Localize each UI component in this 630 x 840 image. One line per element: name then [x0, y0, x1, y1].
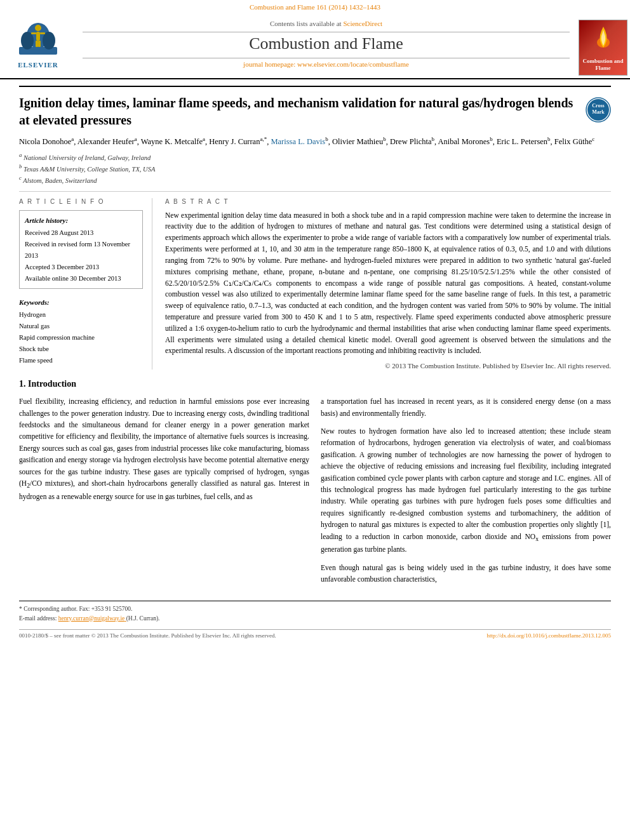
keyword-shock-tube: Shock tube — [19, 343, 143, 355]
cover-flame-icon — [594, 23, 613, 49]
article-info-abstract-section: A R T I C L E I N F O Article history: R… — [19, 191, 611, 370]
email-text: henry.curran@nuigalway.ie — [58, 615, 125, 622]
footnote-corresponding: * Corresponding author. Fax: +353 91 525… — [19, 604, 611, 613]
svg-text:Mark: Mark — [592, 109, 605, 115]
available-date: Available online 30 December 2013 — [25, 273, 137, 284]
svg-rect-8 — [40, 32, 45, 34]
authors-line: Nicola Donohoea, Alexander Heufera, Wayn… — [19, 135, 611, 148]
revised-date: Received in revised form 13 November 201… — [25, 239, 137, 262]
elsevier-logo: ELSEVIER — [16, 22, 60, 69]
article-history-box: Article history: Received 28 August 2013… — [19, 210, 143, 289]
keyword-hydrogen: Hydrogen — [19, 309, 143, 321]
introduction-title: 1. Introduction — [19, 379, 611, 389]
cover-title-text: Combustion and Flame — [582, 58, 624, 72]
article-title-section: Ignition delay times, laminar flame spee… — [19, 86, 611, 129]
intro-para1: Fuel flexibility, increasing efficiency,… — [19, 396, 309, 502]
intro-para4: Even though natural gas is being widely … — [321, 562, 611, 585]
journal-title: Combustion and Flame — [249, 34, 403, 53]
footnote-email: E-mail address: henry.curran@nuigalway.i… — [19, 614, 611, 623]
keyword-flame-speed: Flame speed — [19, 355, 143, 366]
intro-left-col: Fuel flexibility, increasing efficiency,… — [19, 396, 309, 591]
svg-text:Cross: Cross — [592, 103, 604, 109]
sciencedirect-link[interactable]: ScienceDirect — [343, 20, 382, 27]
intro-para3: New routes to hydrogen formation have al… — [321, 425, 611, 556]
abstract-heading: A B S T R A C T — [165, 198, 611, 205]
keyword-rcm: Rapid compression machine — [19, 332, 143, 343]
doi-link[interactable]: http://dx.doi.org/10.1016/j.combustflame… — [486, 632, 611, 639]
journal-cover-area: Combustion and Flame — [576, 17, 630, 78]
email-label: E-mail address: — [19, 615, 57, 622]
svg-rect-9 — [36, 41, 38, 47]
header-divider-bottom — [83, 58, 570, 58]
sd-label: Contents lists available at — [270, 20, 342, 27]
footer-section: * Corresponding author. Fax: +353 91 525… — [19, 601, 611, 623]
email-link[interactable]: henry.curran@nuigalway.ie — [58, 615, 126, 622]
svg-point-2 — [21, 32, 34, 50]
journal-cover-box: Combustion and Flame — [579, 20, 627, 76]
abstract-column: A B S T R A C T New experimental ignitio… — [165, 198, 611, 370]
homepage-link[interactable]: journal homepage: www.elsevier.com/locat… — [243, 60, 409, 68]
introduction-two-col: Fuel flexibility, increasing efficiency,… — [19, 396, 611, 591]
article-title: Ignition delay times, laminar flame spee… — [19, 95, 576, 129]
issn-line: 0010-2180/$ – see front matter © 2013 Th… — [19, 632, 276, 639]
svg-point-5 — [35, 25, 41, 31]
citation-line: Combustion and Flame 161 (2014) 1432–144… — [0, 0, 630, 12]
affiliations: a National University of Ireland, Galway… — [19, 151, 611, 186]
doi-text: http://dx.doi.org/10.1016/j.combustflame… — [486, 632, 611, 639]
history-title: Article history: — [25, 215, 137, 227]
author-davis-link[interactable]: Marissa L. Davis — [271, 137, 325, 146]
email-person: (H.J. Curran). — [126, 615, 160, 622]
accepted-date: Accepted 3 December 2013 — [25, 262, 137, 273]
journal-header-center: Contents lists available at ScienceDirec… — [76, 17, 576, 78]
elsevier-logo-area: ELSEVIER — [0, 17, 76, 78]
corresponding-label: * Corresponding author. Fax: +353 91 525… — [19, 606, 132, 612]
svg-point-3 — [43, 32, 55, 50]
affiliation-b: b Texas A&M University, College Station,… — [19, 163, 611, 174]
affiliation-a: a National University of Ireland, Galway… — [19, 151, 611, 163]
elsevier-text: ELSEVIER — [18, 61, 58, 69]
citation-text: Combustion and Flame 161 (2014) 1432–144… — [250, 3, 380, 11]
copyright-line: © 2013 The Combustion Institute. Publish… — [165, 362, 611, 370]
crossmark-badge-icon[interactable]: Cross Mark — [586, 97, 611, 123]
elsevier-tree-icon — [16, 22, 60, 60]
article-info-heading: A R T I C L E I N F O — [19, 198, 143, 205]
svg-rect-10 — [38, 41, 41, 47]
svg-rect-7 — [31, 32, 36, 34]
intro-right-col: a transportation fuel has increased in r… — [321, 396, 611, 591]
footer-bar: 0010-2180/$ – see front matter © 2013 Th… — [19, 629, 611, 639]
received-date: Received 28 August 2013 — [25, 227, 137, 239]
header-divider-top — [83, 32, 570, 32]
intro-para2: a transportation fuel has increased in r… — [321, 396, 611, 419]
homepage-line: journal homepage: www.elsevier.com/locat… — [243, 60, 409, 68]
journal-header: ELSEVIER Contents lists available at Sci… — [0, 12, 630, 79]
svg-rect-6 — [36, 32, 40, 41]
affiliation-c: c Alstom, Baden, Switzerland — [19, 174, 611, 185]
keywords-title: Keywords: — [19, 297, 143, 309]
abstract-text: New experimental ignition delay time dat… — [165, 210, 611, 357]
article-info-column: A R T I C L E I N F O Article history: R… — [19, 198, 152, 370]
keywords-section: Keywords: Hydrogen Natural gas Rapid com… — [19, 297, 143, 366]
sciencedirect-line: Contents lists available at ScienceDirec… — [270, 20, 382, 27]
sd-link-text: ScienceDirect — [343, 20, 382, 27]
article-body: Ignition delay times, laminar flame spee… — [0, 79, 630, 651]
keyword-natural-gas: Natural gas — [19, 321, 143, 332]
main-content: 1. Introduction Fuel flexibility, increa… — [19, 379, 611, 591]
